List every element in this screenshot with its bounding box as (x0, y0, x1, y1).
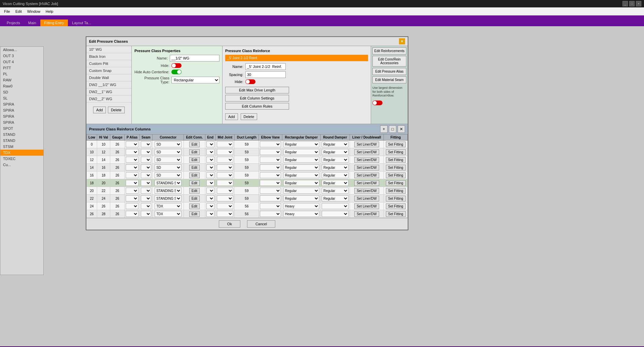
edit-reinforcements-button[interactable]: Edit Reinforcements (372, 47, 406, 54)
col-elbowvane-1[interactable] (259, 148, 282, 156)
copy-column-button[interactable]: □ (389, 125, 396, 133)
col-rectdamper-select[interactable]: Regular (283, 157, 320, 163)
col-seam[interactable] (139, 156, 152, 164)
pc-item-double-wall[interactable]: Double Wall (86, 74, 131, 81)
col-palias[interactable] (124, 187, 139, 195)
add-column-button[interactable]: + (380, 125, 388, 133)
col-elbowvane-6-select[interactable] (260, 188, 281, 194)
sidebar-item-cu[interactable]: Cu... (0, 162, 43, 168)
col-rounddamper-select[interactable]: Regular (322, 180, 348, 186)
col-seam-select[interactable] (141, 203, 151, 209)
col-rounddamper-select[interactable]: Regular (322, 172, 348, 178)
set-fitting-row-0-button[interactable]: Set Fitting (386, 142, 406, 147)
tab-fitting-entry[interactable]: Fitting Entry (40, 20, 68, 26)
set-liner-row-1-button[interactable]: Set Liner/DW (354, 149, 379, 155)
dialog-close-button[interactable]: × (399, 38, 405, 44)
col-palias[interactable] (124, 202, 139, 210)
col-elbowvane-4-select[interactable] (260, 172, 281, 178)
col-palias-select[interactable] (126, 211, 138, 217)
col-midjoint-8-select[interactable] (217, 203, 234, 209)
col-elbowvane-6[interactable] (259, 187, 282, 195)
col-rectdamper-select[interactable]: Regular (283, 172, 320, 178)
close-window-button[interactable]: × (636, 1, 641, 6)
col-palias[interactable] (124, 171, 139, 179)
col-elbowvane-8[interactable] (259, 202, 282, 210)
col-rectdamper-select[interactable]: Regular (283, 141, 320, 147)
pc-item-custom-pitt[interactable]: Custom Pitt (86, 60, 131, 67)
col-elbowvane-9-select[interactable] (260, 211, 281, 217)
edit-material-seam-button[interactable]: Edit Material Seam (372, 76, 406, 83)
col-rectdamper-cell[interactable]: Regular (282, 141, 321, 148)
col-palias-select[interactable] (126, 188, 138, 194)
hide-auto-toggle[interactable] (171, 70, 182, 74)
reinforce-spacing-input[interactable] (245, 71, 286, 78)
col-palias[interactable] (124, 141, 139, 148)
col-seam-select[interactable] (141, 164, 151, 170)
col-rounddamper-cell[interactable]: Regular (321, 171, 350, 179)
col-connector-select[interactable]: SD (155, 149, 182, 155)
col-seam[interactable] (139, 202, 152, 210)
sidebar-item-tdx[interactable]: TDX (0, 150, 43, 156)
menu-help[interactable]: Help (43, 9, 56, 14)
col-end-9-select[interactable] (206, 211, 214, 217)
edit-conn-row-7-button[interactable]: Edit (189, 196, 200, 201)
hide-toggle-track[interactable] (171, 63, 182, 68)
col-seam[interactable] (139, 210, 152, 218)
col-midjoint-2[interactable] (215, 156, 235, 164)
col-elbowvane-7[interactable] (259, 195, 282, 202)
sidebar-item-sd[interactable]: SD (0, 89, 43, 95)
col-connector-select[interactable]: SD (155, 172, 182, 178)
col-rounddamper-cell[interactable] (321, 210, 350, 218)
col-elbowvane-2-select[interactable] (260, 157, 281, 163)
col-elbowvane-1-select[interactable] (260, 149, 281, 155)
col-rectdamper-select[interactable]: Regular (283, 195, 320, 201)
hide-toggle[interactable] (171, 63, 182, 68)
col-connector-select[interactable]: SD (155, 157, 182, 163)
sidebar-item-pl[interactable]: PL (0, 71, 43, 77)
sidebar-item-raw0[interactable]: Raw0 (0, 83, 43, 89)
col-midjoint-4[interactable] (215, 171, 235, 179)
cancel-button[interactable]: Cancel (247, 220, 275, 228)
edit-max-drive-length-button[interactable]: Edit Max Drive Length (225, 87, 289, 93)
col-palias-select[interactable] (126, 195, 138, 201)
reinforce-highlight-name[interactable]: _5' Joint 2-1/2 Reinf. (225, 55, 368, 61)
col-seam[interactable] (139, 164, 152, 171)
pc-item-black-iron[interactable]: Black Iron (86, 53, 131, 60)
col-seam-select[interactable] (141, 157, 151, 163)
col-seam[interactable] (139, 171, 152, 179)
col-palias[interactable] (124, 210, 139, 218)
col-palias-select[interactable] (126, 141, 138, 147)
col-connector-select[interactable]: STANDING SD (155, 188, 182, 194)
col-midjoint-6-select[interactable] (217, 188, 234, 194)
col-palias[interactable] (124, 156, 139, 164)
col-elbowvane-8-select[interactable] (260, 203, 281, 209)
sidebar-item-spot[interactable]: SPOT (0, 125, 43, 131)
col-rectdamper-select[interactable]: Heavy (283, 211, 320, 217)
col-midjoint-1-select[interactable] (217, 149, 234, 155)
col-midjoint-7[interactable] (215, 195, 235, 202)
tab-main[interactable]: Main (24, 20, 40, 26)
col-elbowvane-9[interactable] (259, 210, 282, 218)
reinforce-hide-toggle[interactable] (245, 79, 255, 84)
pc-item-dw2-half[interactable]: DW2 __1/2" WG (86, 81, 131, 88)
col-rectdamper-cell[interactable]: Heavy (282, 202, 321, 210)
table-scroll-area[interactable]: Low Hi Val Gauge P Alias Seam Connector … (86, 134, 408, 218)
col-palias[interactable] (124, 179, 139, 187)
set-liner-row-0-button[interactable]: Set Liner/DW (354, 142, 379, 147)
delete-reinforce-button[interactable]: Delete (241, 113, 257, 120)
col-midjoint-4-select[interactable] (217, 172, 234, 178)
col-end-5[interactable] (205, 179, 215, 187)
sidebar-item-tdxec[interactable]: TDXEC (0, 156, 43, 162)
col-elbowvane-0-select[interactable] (260, 141, 281, 147)
edit-conn-row-5-button[interactable]: Edit (189, 180, 200, 186)
col-connector-select[interactable]: SD (155, 141, 182, 147)
edit-column-rules-button[interactable]: Edit Column Rules (225, 103, 289, 110)
col-connector-select[interactable]: TDX (155, 211, 182, 217)
set-fitting-row-6-button[interactable]: Set Fitting (386, 188, 406, 194)
col-connector-select[interactable]: STANDING SD (155, 180, 182, 186)
set-fitting-row-3-button[interactable]: Set Fitting (386, 165, 406, 170)
col-elbowvane-7-select[interactable] (260, 195, 281, 201)
col-rectdamper-cell[interactable]: Regular (282, 164, 321, 171)
sidebar-item-pitt[interactable]: PITT (0, 65, 43, 71)
set-fitting-row-5-button[interactable]: Set Fitting (386, 180, 406, 186)
